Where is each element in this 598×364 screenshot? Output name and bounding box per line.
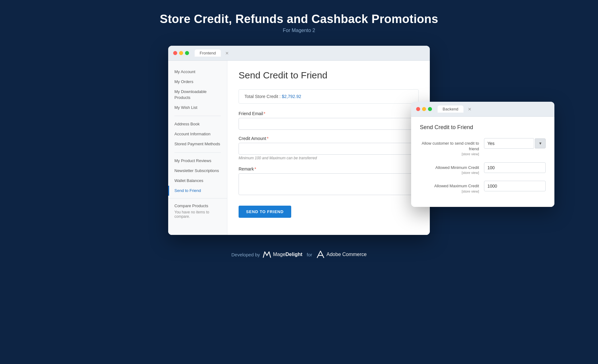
backend-input-wrap-allow: Yes No ▼ (484, 138, 546, 149)
main-content: Send Credit to Friend Total Store Credit… (227, 61, 430, 235)
compare-section: Compare Products You have no items to co… (168, 198, 227, 224)
backend-sublabel-allow: [store view] (420, 152, 479, 156)
backend-minimize-icon[interactable] (422, 107, 426, 111)
sidebar-item-address-book[interactable]: Address Book (168, 119, 227, 129)
compare-title: Compare Products (174, 203, 221, 208)
sidebar-item-my-wish-list[interactable]: My Wish List (168, 103, 227, 113)
magedelight-logo: MageDelight (263, 251, 302, 258)
sidebar-item-product-reviews[interactable]: My Product Reviews (168, 156, 227, 166)
backend-label-min-credit: Allowed Minimum Credit [store view] (420, 162, 479, 175)
adobe-logo-icon (316, 250, 325, 259)
credit-amount: $2,792.92 (282, 94, 301, 99)
backend-row-allow: Allow customer to send credit to friend … (420, 138, 546, 157)
sidebar-item-wallet-balances[interactable]: Wallet Balances (168, 176, 227, 186)
backend-input-wrap-max (484, 181, 546, 191)
footer-mage: Mage (273, 252, 286, 257)
adobe-commerce-logo: Adobe Commerce (316, 250, 367, 259)
sidebar-item-account-information[interactable]: Account Information (168, 129, 227, 139)
credit-amount-input[interactable] (239, 143, 419, 155)
select-arrow-icon[interactable]: ▼ (535, 138, 546, 148)
footer-developed-by: Developed by (231, 252, 260, 257)
sidebar-divider-2 (174, 152, 221, 153)
send-to-friend-button[interactable]: SEND TO FRIEND (239, 206, 291, 218)
sidebar-group-3: My Product Reviews Newsletter Subscripti… (168, 156, 227, 196)
sidebar-item-stored-payment[interactable]: Stored Payment Methods (168, 139, 227, 149)
remark-label: Remark* (239, 166, 419, 171)
frontend-browser-window: Frontend ✕ My Account My Orders My Downl… (168, 46, 430, 235)
backend-label-max-credit: Allowed Maximum Credit [store view] (420, 181, 479, 194)
browser-content: My Account My Orders My Downloadable Pro… (168, 61, 430, 235)
browser-titlebar: Frontend ✕ (168, 46, 430, 61)
sidebar-divider-1 (174, 116, 221, 116)
footer-for-text: for (307, 252, 312, 257)
page-footer: Developed by MageDelight for Adobe Comme… (231, 250, 367, 259)
max-credit-input[interactable] (484, 181, 546, 191)
magedelight-logo-icon (263, 251, 271, 258)
backend-row-min-credit: Allowed Minimum Credit [store view] (420, 162, 546, 175)
backend-close-icon[interactable] (416, 107, 420, 111)
backend-section-title: Send Credit to Friend (420, 124, 546, 131)
compare-text: You have no items to compare. (174, 210, 221, 219)
sidebar-group-2: Address Book Account Information Stored … (168, 119, 227, 149)
sidebar-item-my-account[interactable]: My Account (168, 67, 227, 77)
backend-sublabel-min: [store view] (420, 170, 479, 175)
footer-brand-name: MageDelight (273, 252, 302, 257)
credit-amount-hint: Minimum 100 and Maximum can be transferr… (239, 156, 419, 160)
credit-amount-group: Credit Amount* Minimum 100 and Maximum c… (239, 136, 419, 160)
traffic-lights (173, 51, 189, 55)
frontend-tab[interactable]: Frontend (195, 49, 221, 57)
sidebar: My Account My Orders My Downloadable Pro… (168, 61, 227, 235)
backend-browser-window: Backend ✕ Send Credit to Friend Allow cu… (411, 102, 554, 207)
tab-close-icon[interactable]: ✕ (225, 51, 229, 56)
backend-traffic-lights (416, 107, 432, 111)
page-subtitle: For Magento 2 (160, 28, 438, 33)
credit-amount-label: Credit Amount* (239, 136, 419, 141)
footer-adobe-commerce: Adobe Commerce (326, 252, 367, 257)
page-title: Store Credit, Refunds and Cashback Promo… (160, 12, 438, 26)
sidebar-item-send-to-friend[interactable]: Send to Friend (168, 186, 227, 196)
credit-info-label: Total Store Credit : (244, 94, 281, 99)
remark-textarea[interactable] (239, 173, 419, 195)
backend-label-allow: Allow customer to send credit to friend … (420, 138, 479, 157)
remark-group: Remark* (239, 166, 419, 196)
backend-content: Send Credit to Friend Allow customer to … (411, 117, 554, 207)
content-page-title: Send Credit to Friend (239, 70, 419, 81)
friend-email-label: Friend Email* (239, 111, 419, 116)
backend-row-max-credit: Allowed Maximum Credit [store view] (420, 181, 546, 194)
sidebar-item-newsletter[interactable]: Newsletter Subscriptions (168, 166, 227, 176)
backend-tab-close-icon[interactable]: ✕ (468, 107, 472, 112)
sidebar-item-my-orders[interactable]: My Orders (168, 77, 227, 87)
allow-credit-select[interactable]: Yes No (484, 138, 534, 149)
min-credit-input[interactable] (484, 162, 546, 173)
minimize-button-icon[interactable] (179, 51, 183, 55)
sidebar-item-downloadable-products[interactable]: My Downloadable Products (168, 87, 227, 102)
friend-email-input[interactable] (239, 118, 419, 130)
credit-info-box: Total Store Credit : $2,792.92 (239, 89, 419, 104)
backend-tab[interactable]: Backend (438, 105, 463, 113)
page-header: Store Credit, Refunds and Cashback Promo… (160, 12, 438, 33)
credit-required-star: * (267, 136, 268, 141)
footer-delight: Delight (286, 252, 302, 257)
backend-maximize-icon[interactable] (428, 107, 432, 111)
backend-input-wrap-min (484, 162, 546, 173)
backend-sublabel-max: [store view] (420, 189, 479, 194)
remark-required-star: * (254, 166, 256, 171)
maximize-button-icon[interactable] (185, 51, 189, 55)
required-star: * (264, 111, 265, 116)
backend-titlebar: Backend ✕ (411, 102, 554, 117)
sidebar-group-1: My Account My Orders My Downloadable Pro… (168, 67, 227, 113)
close-button-icon[interactable] (173, 51, 177, 55)
friend-email-group: Friend Email* (239, 111, 419, 130)
